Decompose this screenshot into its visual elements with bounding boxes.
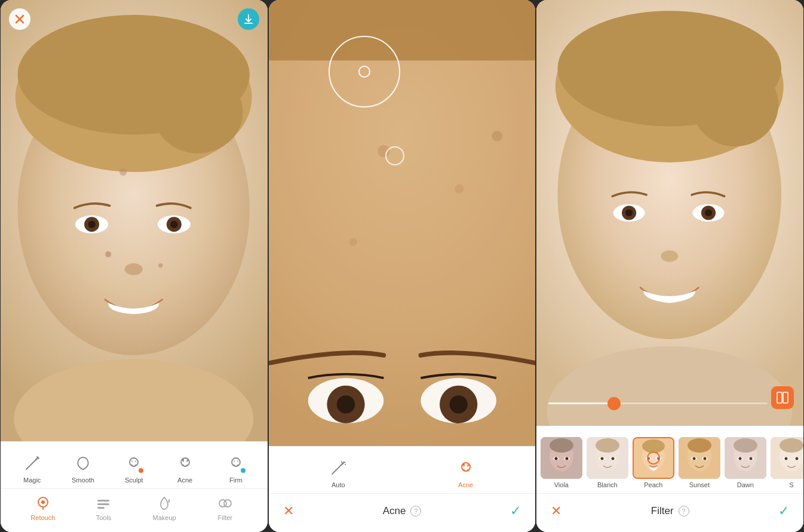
svg-point-29 [182,459,184,461]
selection-circle-large[interactable] [329,36,400,107]
filter-thumb-s [771,437,803,479]
acne-title: Acne ? [383,505,422,517]
svg-point-113 [738,457,741,460]
action-bar-acne: ✕ Acne ? ✓ [269,493,536,528]
svg-point-13 [170,221,178,229]
filter-thumb-blanch [587,437,628,479]
sculpt-label: Sculpt [125,476,143,484]
filter-peach[interactable]: Peach [631,437,676,488]
filter-title: Filter ? [651,505,689,517]
svg-point-87 [565,457,568,460]
svg-point-50 [449,395,467,413]
acne-title-text: Acne [383,505,406,517]
acne-icon [177,455,194,472]
smooth-icon-container [72,453,94,474]
filter-face-blanch [587,437,628,479]
svg-point-85 [554,457,557,460]
tool-acne[interactable]: Acne [167,453,203,484]
firm-label: Firm [229,476,243,484]
image-area-3 [536,0,803,426]
svg-point-17 [119,168,127,176]
tool-bar-1: Magic Smooth [1,441,268,532]
svg-point-118 [780,438,803,453]
nav-makeup[interactable]: Makeup [143,495,185,521]
svg-point-35 [41,500,45,504]
slider-thumb[interactable] [607,397,621,410]
svg-rect-43 [269,0,536,446]
download-button[interactable] [238,8,259,30]
filter-sunset[interactable]: Sunset [677,437,722,488]
auto-icon [330,460,346,476]
tool-acne-2[interactable]: Acne [448,457,484,488]
svg-point-71 [692,63,779,146]
acne-label: Acne [177,476,192,484]
smooth-label: Smooth [72,476,94,484]
viola-label: Viola [554,481,569,488]
tool-auto[interactable]: Auto [320,457,356,488]
filter-icon [217,495,234,512]
compare-button[interactable] [771,386,794,409]
panel-acne: Auto [269,0,536,532]
auto-icon-container [327,457,349,479]
cancel-acne-button[interactable]: ✕ [283,503,294,519]
panel-filter: Viola [536,0,803,532]
nav-filter[interactable]: Filter [204,495,246,521]
peach-label: Peach [644,481,662,488]
svg-point-54 [492,131,502,142]
filter-title-text: Filter [651,505,674,517]
nav-retouch[interactable]: Retouch [22,495,64,521]
svg-point-77 [705,209,712,216]
retouch-nav-icon [35,495,51,512]
filter-s[interactable]: S [769,437,803,488]
selection-circle-small[interactable] [385,146,404,165]
svg-point-106 [692,457,695,460]
svg-rect-36 [97,500,109,502]
tool-smooth[interactable]: Smooth [65,453,101,484]
tool-sculpt[interactable]: Sculpt [116,453,152,484]
sculpt-icon-container [123,453,145,474]
close-button[interactable] [9,8,30,30]
cancel-filter-button[interactable]: ✕ [551,503,561,519]
blanch-label: Blanch [597,481,618,488]
svg-point-115 [749,457,752,460]
makeup-icon [156,495,173,512]
acne-info-icon[interactable]: ? [410,506,421,516]
svg-point-14 [125,263,143,275]
selection-circle-inner [358,66,370,78]
tools-nav-label: Tools [96,514,112,521]
image-area-1 [1,0,268,441]
filter-nav-icon [217,495,234,512]
nav-tools[interactable]: Tools [82,495,124,521]
svg-point-120 [784,457,787,460]
svg-point-10 [88,221,96,229]
filter-blanch[interactable]: Blanch [585,437,630,488]
svg-point-64 [462,463,465,466]
svg-point-104 [688,438,711,453]
svg-point-41 [224,500,231,507]
filter-viola[interactable]: Viola [539,437,584,488]
filter-thumb-peach [633,437,674,479]
filter-info-icon[interactable]: ? [679,506,689,516]
magic-icon-container [22,453,43,474]
acne-icon-container [174,453,196,474]
confirm-filter-button[interactable]: ✓ [778,503,789,519]
svg-line-18 [26,460,36,469]
tool-firm[interactable]: Firm [218,453,254,484]
confirm-acne-button[interactable]: ✓ [510,503,521,519]
action-bar-filter: ✕ Filter ? ✓ [536,493,803,528]
svg-point-47 [336,395,354,413]
svg-point-7 [153,71,243,153]
retouch-nav-label: Retouch [30,514,55,521]
firm-badge [241,468,246,473]
svg-point-23 [130,458,138,466]
filter-row: Viola [536,432,803,493]
face-image-1 [1,0,268,441]
tool-bar-2: Auto [269,446,536,532]
tool-magic[interactable]: Magic [14,453,50,484]
svg-point-108 [703,457,706,460]
filter-dawn[interactable]: Dawn [723,437,768,488]
svg-point-30 [186,460,188,462]
filter-slider[interactable] [548,402,768,404]
filter-thumb-sunset [679,437,720,479]
auto-label: Auto [332,481,345,488]
